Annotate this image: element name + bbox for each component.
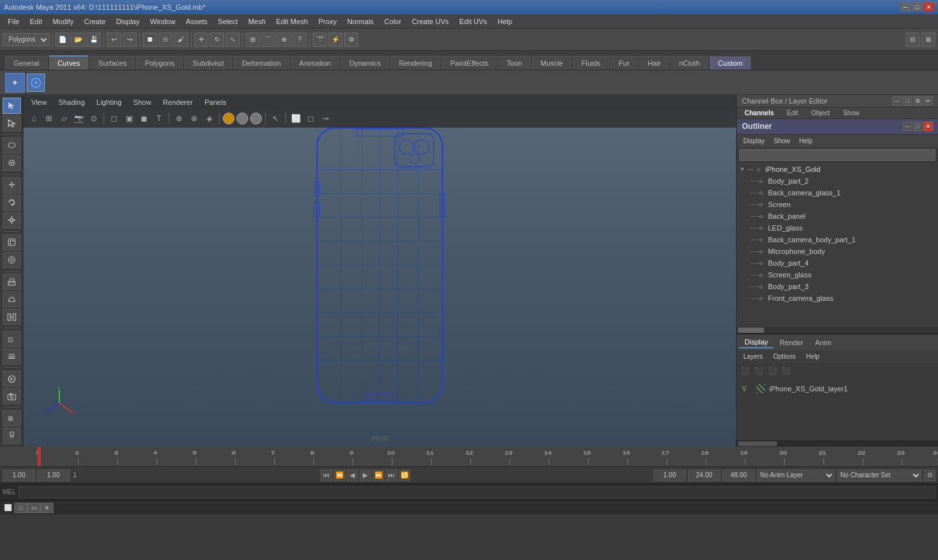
cb-tab-show[interactable]: Show bbox=[839, 109, 863, 117]
menu-edit-uvs[interactable]: Edit UVs bbox=[454, 16, 492, 27]
vp-menu-shading[interactable]: Shading bbox=[53, 97, 90, 107]
vp-tool-wireframe[interactable]: ▱ bbox=[57, 112, 70, 125]
cb-pen-btn[interactable]: ✏ bbox=[924, 96, 933, 105]
status-btn-3[interactable]: ✕ bbox=[40, 503, 53, 513]
outliner-hscroll[interactable] bbox=[737, 327, 938, 333]
vp-tool-shading1[interactable]: ◻ bbox=[107, 112, 121, 125]
tool-paint-weights[interactable] bbox=[3, 428, 21, 444]
tool-soft-mod[interactable] bbox=[3, 252, 21, 268]
outliner-hscroll-thumb[interactable] bbox=[738, 328, 764, 333]
layer-tab-display[interactable]: Display bbox=[739, 337, 773, 348]
layer-tool-new3[interactable]: ⬛ bbox=[767, 365, 778, 377]
toolbar-help-icon[interactable]: ? bbox=[292, 33, 307, 47]
layer-tool-new[interactable]: ⬛ bbox=[739, 365, 751, 377]
toolbar-move[interactable]: ✛ bbox=[194, 33, 208, 47]
toolbar-layout[interactable]: ⊠ bbox=[921, 33, 935, 47]
cb-tab-channels[interactable]: Channels bbox=[741, 109, 778, 117]
anim-layer-select[interactable]: No Anim Layer bbox=[757, 469, 835, 481]
toolbar-rotate[interactable]: ↻ bbox=[210, 33, 224, 47]
tree-item-microphone[interactable]: —— ○ Microphone_body bbox=[737, 245, 938, 257]
mode-select[interactable]: Polygons bbox=[3, 33, 50, 46]
shelf-tab-surfaces[interactable]: Surfaces bbox=[90, 56, 135, 70]
tree-item-camera-glass[interactable]: —— ○ Back_camera_glass_1 bbox=[737, 187, 938, 199]
shelf-tab-polygons[interactable]: Polygons bbox=[136, 56, 182, 70]
layer-tool-new4[interactable]: ⬛ bbox=[780, 365, 792, 377]
shelf-tab-curves[interactable]: Curves bbox=[49, 55, 89, 70]
outliner-restore-btn[interactable]: □ bbox=[913, 122, 922, 131]
menu-create[interactable]: Create bbox=[79, 16, 111, 27]
toolbar-snap-point[interactable]: ⊕ bbox=[277, 33, 291, 47]
outliner-minimize-btn[interactable]: ─ bbox=[903, 122, 912, 131]
vp-tool-select-mask[interactable]: ⊙ bbox=[87, 112, 100, 125]
tool-show-manip[interactable] bbox=[3, 234, 21, 251]
shelf-tab-toon[interactable]: Toon bbox=[498, 56, 531, 70]
vp-menu-panels[interactable]: Panels bbox=[199, 97, 232, 107]
vp-menu-view[interactable]: View bbox=[26, 97, 52, 107]
shelf-tab-general[interactable]: General bbox=[5, 56, 48, 70]
toolbar-workspace[interactable]: ⊟ bbox=[905, 33, 920, 47]
status-btn-1[interactable]: □ bbox=[14, 503, 27, 513]
shelf-tab-custom[interactable]: Custom bbox=[709, 56, 751, 70]
toolbar-new[interactable]: 📄 bbox=[55, 33, 70, 47]
outliner-close-btn[interactable]: ✕ bbox=[924, 122, 933, 131]
vp-tool-cam-persp[interactable]: ⬜ bbox=[289, 112, 302, 125]
vp-tool-isolate[interactable]: ⊕ bbox=[173, 112, 186, 125]
range-start-input[interactable] bbox=[653, 469, 686, 481]
menu-help[interactable]: Help bbox=[492, 16, 518, 27]
mel-input[interactable] bbox=[19, 486, 935, 498]
menu-edit[interactable]: Edit bbox=[25, 16, 48, 27]
toolbar-select[interactable]: 🔲 bbox=[143, 33, 157, 47]
loop-btn[interactable]: 🔁 bbox=[399, 469, 410, 481]
range-end1-input[interactable] bbox=[688, 469, 720, 481]
play-back-btn[interactable]: ⏪ bbox=[334, 469, 345, 481]
vp-menu-lighting[interactable]: Lighting bbox=[91, 97, 127, 107]
toolbar-render[interactable]: 🎬 bbox=[313, 33, 327, 47]
toolbar-lasso[interactable]: ⊙ bbox=[158, 33, 173, 47]
layer-menu-layers[interactable]: Layers bbox=[739, 352, 767, 361]
tree-item-led[interactable]: —— ○ LED_glass bbox=[737, 222, 938, 234]
menu-window[interactable]: Window bbox=[145, 16, 180, 27]
shelf-icon-select[interactable]: ✦ bbox=[5, 73, 25, 92]
maximize-button[interactable]: □ bbox=[912, 3, 922, 12]
vp-tool-cam-front[interactable]: ◻ bbox=[304, 112, 317, 125]
layer-tool-new2[interactable]: ⬛ bbox=[753, 365, 765, 377]
tool-select-arrow[interactable] bbox=[3, 98, 21, 114]
shelf-tab-fluids[interactable]: Fluids bbox=[573, 56, 608, 70]
toolbar-paint[interactable]: 🖌 bbox=[174, 33, 188, 47]
tool-crease[interactable]: ⊡ bbox=[3, 331, 21, 347]
tool-bevel[interactable] bbox=[3, 291, 21, 307]
menu-select[interactable]: Select bbox=[212, 16, 243, 27]
shelf-icon-active[interactable] bbox=[27, 74, 45, 92]
vp-tool-light2[interactable] bbox=[236, 113, 248, 124]
char-set-select[interactable]: No Character Set bbox=[837, 469, 922, 481]
tool-make-live[interactable] bbox=[3, 371, 21, 387]
toolbar-ipr[interactable]: ⚡ bbox=[328, 33, 343, 47]
tree-item-body2[interactable]: —— ○ Body_part_2 bbox=[737, 175, 938, 187]
layer-visibility[interactable]: V bbox=[742, 385, 752, 393]
tree-item-body3[interactable]: —— ○ Body_part_3 bbox=[737, 281, 938, 292]
menu-edit-mesh[interactable]: Edit Mesh bbox=[271, 16, 313, 27]
shelf-tab-subdiv[interactable]: Subdivisd bbox=[184, 56, 233, 70]
menu-modify[interactable]: Modify bbox=[48, 16, 79, 27]
tool-camera[interactable] bbox=[3, 388, 21, 404]
menu-assets[interactable]: Assets bbox=[180, 16, 212, 27]
toolbar-render-settings[interactable]: ⚙ bbox=[344, 33, 358, 47]
tool-select-box[interactable] bbox=[3, 115, 21, 132]
shelf-tab-fur[interactable]: Fur bbox=[610, 56, 638, 70]
next-frame-btn[interactable]: ▶ bbox=[360, 469, 371, 481]
frame-current-input[interactable] bbox=[37, 469, 70, 481]
vp-tool-light3[interactable] bbox=[250, 113, 262, 124]
out-menu-display[interactable]: Display bbox=[739, 137, 769, 145]
toolbar-save[interactable]: 💾 bbox=[87, 33, 101, 47]
cb-maximize-btn[interactable]: □ bbox=[903, 96, 912, 105]
shelf-tab-ncloth[interactable]: nCloth bbox=[671, 56, 709, 70]
shelf-tab-dynamics[interactable]: Dynamics bbox=[341, 56, 389, 70]
layer-menu-help[interactable]: Help bbox=[802, 352, 823, 361]
vp-tool-light1[interactable] bbox=[223, 113, 234, 124]
shelf-tab-muscle[interactable]: Muscle bbox=[532, 56, 572, 70]
cb-minimize-btn[interactable]: ─ bbox=[892, 96, 902, 105]
shelf-tab-painteffects[interactable]: PaintEffects bbox=[442, 56, 497, 70]
menu-file[interactable]: File bbox=[3, 16, 25, 27]
shelf-tab-animation[interactable]: Animation bbox=[291, 56, 339, 70]
vp-menu-show[interactable]: Show bbox=[128, 97, 157, 107]
